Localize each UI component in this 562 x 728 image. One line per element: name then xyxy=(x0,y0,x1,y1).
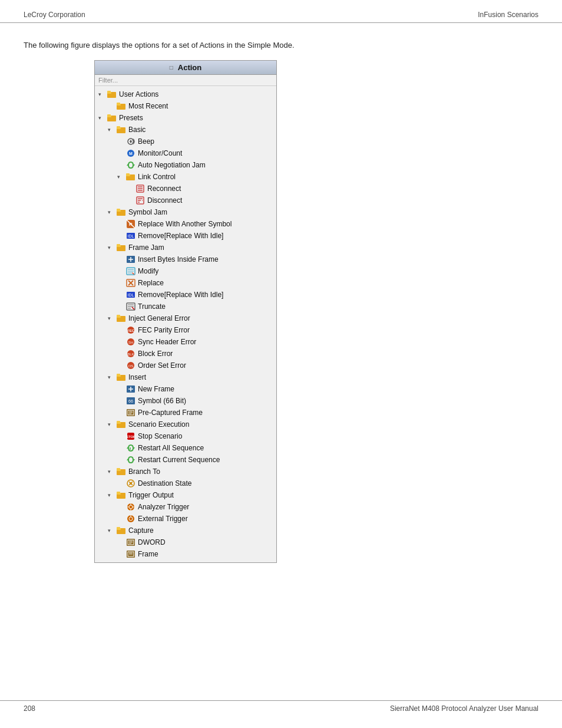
tree-item[interactable]: Restart Current Sequence xyxy=(95,454,276,466)
tree-item[interactable]: ▾Link Control xyxy=(95,171,276,183)
tree-item[interactable]: ▾Capture xyxy=(95,525,276,536)
tree-item[interactable]: ▾Symbol Jam xyxy=(95,206,276,218)
item-label: Pre-Captured Frame xyxy=(138,407,203,418)
svg-rect-57 xyxy=(117,315,120,317)
svg-rect-8 xyxy=(107,114,111,116)
tree-item[interactable]: Restart All Sequence xyxy=(95,442,276,454)
svg-rect-39 xyxy=(117,244,120,246)
item-label: Basic xyxy=(128,124,146,135)
item-icon-autoneg xyxy=(125,160,136,170)
tree-item[interactable]: STOPStop Scenario xyxy=(95,430,276,442)
tree-item[interactable]: ▾Frame Jam xyxy=(95,242,276,253)
item-icon-frameicon xyxy=(125,549,136,559)
tree-item[interactable]: ▾Branch To xyxy=(95,466,276,477)
tree-item[interactable]: ▾Inject General Error xyxy=(95,312,276,324)
tree-item[interactable]: Insert Bytes Inside Frame xyxy=(95,253,276,265)
item-label: User Actions xyxy=(119,89,158,100)
tree-item[interactable]: ▾User Actions xyxy=(95,88,276,100)
tree-item[interactable]: Most Recent xyxy=(95,100,276,112)
tree-item[interactable]: IDLRemove[Replace With Idle] xyxy=(95,230,276,242)
tree-arrow[interactable]: ▾ xyxy=(108,372,116,383)
item-label: Remove[Replace With Idle] xyxy=(138,289,223,300)
item-label: Modify xyxy=(138,266,158,276)
item-label: Frame xyxy=(138,549,158,559)
item-label: Symbol (66 Bit) xyxy=(138,396,186,406)
tree-item[interactable]: ▾Scenario Execution xyxy=(95,419,276,430)
tree-item[interactable]: Analyzer Trigger xyxy=(95,501,276,513)
tree-arrow[interactable]: ▾ xyxy=(108,466,116,477)
svg-rect-11 xyxy=(117,126,120,128)
tree-item[interactable]: MMonitor/Count xyxy=(95,147,276,159)
tree-arrow[interactable]: ▾ xyxy=(117,172,125,182)
item-label: Replace With Another Symbol xyxy=(138,219,232,229)
item-label: Branch To xyxy=(128,466,160,477)
item-icon-folder xyxy=(116,314,127,323)
tree-item[interactable]: DWORD xyxy=(95,536,276,548)
tree-item[interactable]: New Frame xyxy=(95,383,276,395)
item-icon-symbol66: 66 xyxy=(125,396,136,406)
item-icon-disconnect xyxy=(135,196,146,205)
svg-text:M: M xyxy=(129,151,133,156)
panel-title-bar: □ Action xyxy=(95,61,276,75)
tree-item[interactable]: SHSync Header Error xyxy=(95,336,276,348)
tree-item[interactable]: Reconnect xyxy=(95,183,276,195)
tree-item[interactable]: Disconnect xyxy=(95,195,276,206)
tree-item[interactable]: OSOrder Set Error xyxy=(95,360,276,371)
tree-item[interactable]: Pre-Captured Frame xyxy=(95,407,276,419)
header-left: LeCroy Corporation xyxy=(24,11,85,19)
item-label: Insert Bytes Inside Frame xyxy=(138,254,219,265)
svg-text:BLK: BLK xyxy=(127,353,134,356)
tree-item[interactable]: Destination State xyxy=(95,477,276,489)
tree-item[interactable]: ▾Basic xyxy=(95,124,276,136)
tree-item[interactable]: Frame xyxy=(95,548,276,560)
tree-arrow[interactable]: ▾ xyxy=(98,89,107,100)
item-label: Insert xyxy=(128,372,146,383)
page-content: The following figure displays the option… xyxy=(0,23,562,581)
svg-rect-68 xyxy=(117,374,120,375)
tree-arrow[interactable]: ▾ xyxy=(98,113,107,123)
panel-title: Action xyxy=(178,63,201,72)
tree-arrow[interactable]: ▾ xyxy=(108,313,116,324)
item-label: Disconnect xyxy=(147,195,182,206)
svg-rect-98 xyxy=(117,492,120,493)
item-label: DWORD xyxy=(138,537,166,548)
item-icon-stop: STOP xyxy=(125,431,136,441)
page-footer: 208 SierraNet M408 Protocol Analyzer Use… xyxy=(0,700,562,716)
tree-arrow[interactable]: ▾ xyxy=(108,207,116,218)
filter-placeholder[interactable]: Filter... xyxy=(98,77,118,84)
svg-rect-2 xyxy=(107,91,111,93)
tree-arrow[interactable]: ▾ xyxy=(108,525,116,536)
tree-arrow[interactable]: ▾ xyxy=(108,242,116,253)
svg-rect-19 xyxy=(126,173,130,175)
tree-item[interactable]: FECFEC Parity Error xyxy=(95,324,276,336)
svg-text:66: 66 xyxy=(128,399,133,403)
tree-item[interactable]: ▾Presets xyxy=(95,112,276,124)
tree-arrow[interactable]: ▾ xyxy=(108,490,116,500)
tree-item[interactable]: RReplace With Another Symbol xyxy=(95,218,276,230)
item-icon-fec: FEC xyxy=(125,325,136,335)
item-icon-folder xyxy=(116,101,127,111)
tree-arrow[interactable]: ▾ xyxy=(108,124,116,135)
tree-item[interactable]: Auto Negotiation Jam xyxy=(95,159,276,171)
item-label: Most Recent xyxy=(128,101,168,111)
tree-item[interactable]: External Trigger xyxy=(95,513,276,525)
tree-arrow[interactable]: ▾ xyxy=(108,419,116,430)
tree-item[interactable]: IDLRemove[Replace With Idle] xyxy=(95,289,276,301)
item-label: New Frame xyxy=(138,384,174,394)
tree-item[interactable]: Truncate xyxy=(95,301,276,312)
item-icon-precap xyxy=(125,408,136,417)
tree-item[interactable]: Beep xyxy=(95,136,276,147)
tree-item[interactable]: Replace xyxy=(95,277,276,289)
panel-collapse-icon[interactable]: □ xyxy=(170,64,173,71)
tree-item[interactable]: 66Symbol (66 Bit) xyxy=(95,395,276,407)
tree-item[interactable]: BLKBlock Error xyxy=(95,348,276,360)
tree-item[interactable]: Modify xyxy=(95,265,276,277)
footer-page-number: 208 xyxy=(24,704,35,713)
footer-manual-title: SierraNet M408 Protocol Analyzer User Ma… xyxy=(390,704,538,713)
action-panel: □ Action Filter... ▾User ActionsMost Rec… xyxy=(94,60,277,563)
tree-item[interactable]: ▾Insert xyxy=(95,371,276,383)
svg-rect-91 xyxy=(117,468,120,470)
item-icon-restartall xyxy=(125,443,136,453)
item-label: Restart Current Sequence xyxy=(138,454,220,465)
tree-item[interactable]: ▾Trigger Output xyxy=(95,489,276,501)
